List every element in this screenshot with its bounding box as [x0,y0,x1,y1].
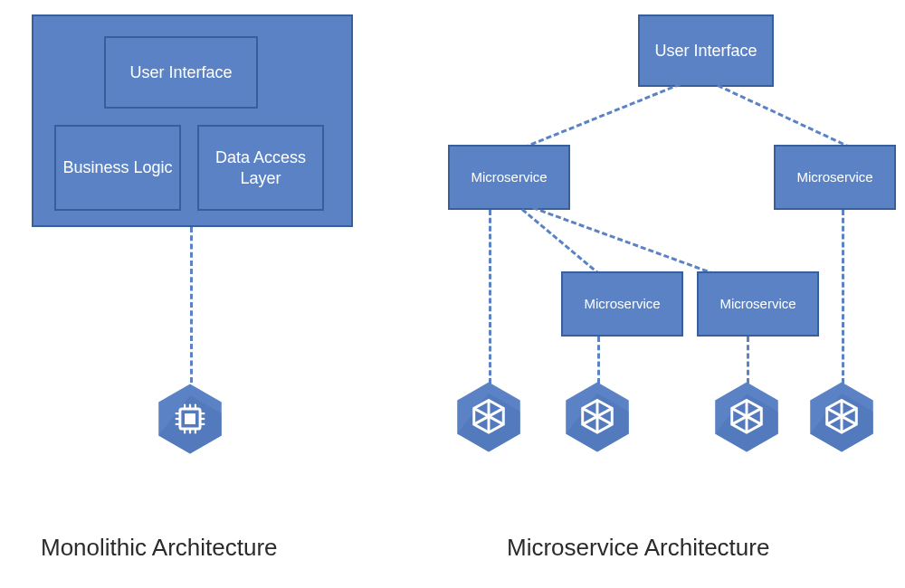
microservice-ui-box: User Interface [638,14,774,87]
microservice-4-label: Microservice [719,296,795,313]
microservice-hexagon-4 [808,380,875,454]
monolithic-ui-label: User Interface [129,62,232,83]
cube-icon [808,380,875,454]
ms2-to-hex4-line [842,210,844,384]
ms4-to-hex3-line [747,337,749,384]
microservice-box-4: Microservice [697,271,819,337]
ui-to-ms1-line [515,80,688,152]
microservice-3-label: Microservice [584,296,660,313]
microservice-hexagon-2 [564,380,631,454]
ms1-to-hex1-line [489,210,491,384]
monolithic-data-label: Data Access Layer [199,147,322,188]
microservice-2-label: Microservice [796,169,872,186]
cube-icon [713,380,780,454]
microservice-hexagon-1 [455,380,522,454]
monolithic-ui-box: User Interface [104,36,258,109]
microservice-box-3: Microservice [561,271,683,337]
monolithic-caption: Monolithic Architecture [41,534,278,562]
microservice-1-label: Microservice [471,169,547,186]
microservice-hexagon-3 [713,380,780,454]
microservice-box-2: Microservice [774,145,896,210]
ms3-to-hex2-line [597,337,600,384]
monolithic-business-box: Business Logic [54,125,181,211]
monolithic-business-label: Business Logic [62,157,172,178]
monolithic-connection-line [190,227,193,383]
monolithic-hexagon [157,382,224,456]
chip-icon [157,382,224,456]
microservice-box-1: Microservice [448,145,570,210]
microservice-ui-label: User Interface [654,41,757,62]
monolithic-data-box: Data Access Layer [197,125,324,211]
cube-icon [564,380,631,454]
svg-rect-3 [185,413,195,424]
microservice-caption: Microservice Architecture [507,534,769,562]
cube-icon [455,380,522,454]
